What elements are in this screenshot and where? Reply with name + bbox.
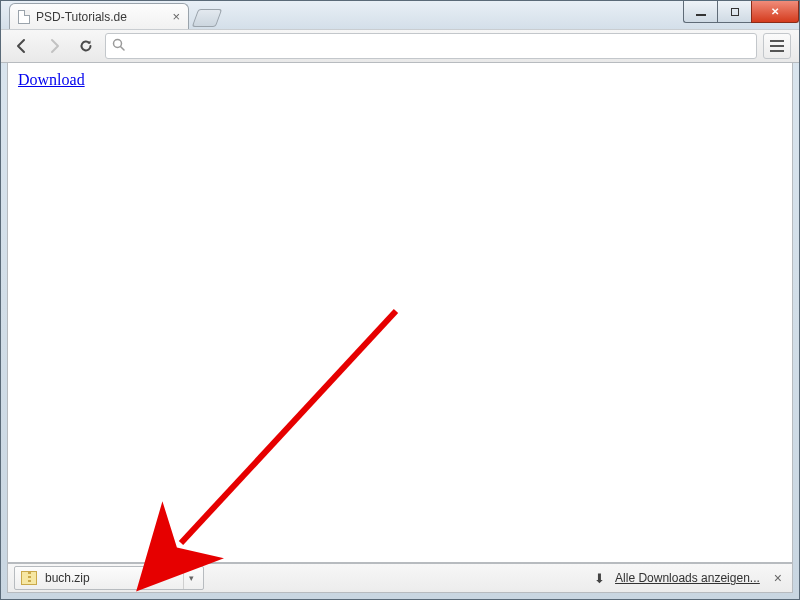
close-tab-button[interactable]: ×: [172, 9, 180, 24]
forward-icon: [46, 38, 62, 54]
reload-button[interactable]: [73, 33, 99, 59]
download-shelf-right: ⬇ Alle Downloads anzeigen... ×: [594, 570, 786, 586]
browser-tab[interactable]: PSD-Tutorials.de ×: [9, 3, 189, 29]
tabstrip: PSD-Tutorials.de ×: [9, 3, 219, 29]
menu-icon: [770, 40, 784, 42]
titlebar: ✕ PSD-Tutorials.de ×: [1, 1, 799, 29]
download-item[interactable]: buch.zip ▾: [14, 566, 204, 590]
window-frame: ✕ PSD-Tutorials.de ×: [0, 0, 800, 600]
new-tab-button[interactable]: [192, 9, 223, 27]
page-icon: [18, 10, 30, 24]
svg-line-1: [121, 47, 125, 51]
close-icon: ✕: [771, 6, 779, 17]
page-viewport: Download: [7, 63, 793, 563]
forward-button[interactable]: [41, 33, 67, 59]
tab-title: PSD-Tutorials.de: [36, 10, 127, 24]
back-icon: [14, 38, 30, 54]
download-shelf: buch.zip ▾ ⬇ Alle Downloads anzeigen... …: [7, 563, 793, 593]
zip-icon: [21, 571, 37, 585]
url-input[interactable]: [131, 35, 750, 57]
menu-button[interactable]: [763, 33, 791, 59]
maximize-button[interactable]: [717, 1, 751, 23]
toolbar: [1, 29, 799, 63]
close-window-button[interactable]: ✕: [751, 1, 799, 23]
minimize-button[interactable]: [683, 1, 717, 23]
back-button[interactable]: [9, 33, 35, 59]
omnibox[interactable]: [105, 33, 757, 59]
download-link[interactable]: Download: [18, 71, 85, 88]
window-controls: ✕: [683, 1, 799, 23]
download-filename: buch.zip: [45, 571, 90, 585]
close-download-shelf-button[interactable]: ×: [770, 570, 786, 586]
reload-icon: [78, 38, 94, 54]
download-arrow-icon: ⬇: [594, 571, 605, 586]
search-icon: [112, 38, 125, 54]
download-item-menu-button[interactable]: ▾: [183, 567, 199, 589]
page-body: Download: [8, 63, 792, 97]
show-all-downloads-link[interactable]: Alle Downloads anzeigen...: [615, 571, 760, 585]
